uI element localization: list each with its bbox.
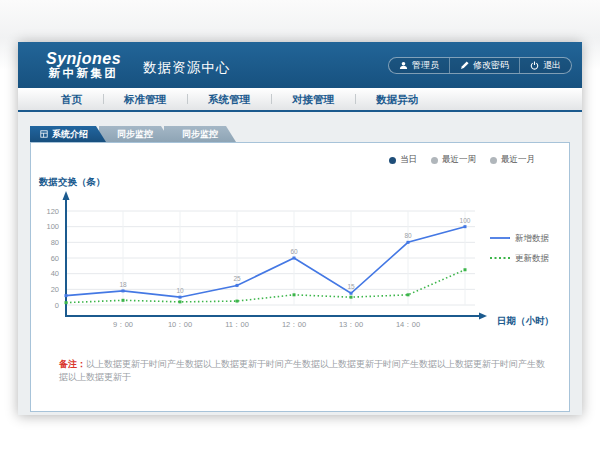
tab-bar: 系统介绍 同步监控 同步监控 (30, 126, 570, 142)
range-label: 最近一月 (501, 154, 535, 166)
tab-sync-monitor-2[interactable]: 同步监控 (164, 126, 236, 142)
logout-button[interactable]: 退出 (519, 58, 571, 73)
admin-user-button[interactable]: 管理员 (389, 58, 449, 73)
note-prefix: 备注： (59, 359, 86, 369)
svg-text:80: 80 (51, 238, 59, 247)
range-label: 最近一周 (442, 154, 476, 166)
svg-text:20: 20 (51, 285, 59, 294)
svg-text:14：00: 14：00 (396, 320, 420, 329)
tab-label: 同步监控 (109, 126, 153, 142)
svg-text:11：00: 11：00 (225, 320, 249, 329)
svg-text:80: 80 (404, 232, 412, 239)
chart-panel: 当日 最近一周 最近一月 0204060801001209：0010：0011：… (30, 142, 570, 412)
nav-item-data-changes[interactable]: 数据异动 (355, 88, 439, 110)
tab-system-intro[interactable]: 系统介绍 (30, 126, 106, 142)
user-menu: 管理员 修改密码 退出 (388, 57, 572, 74)
grid-icon (40, 130, 48, 138)
svg-text:10: 10 (176, 287, 184, 294)
note-text: 以上数据更新于时间产生数据以上数据更新于时间产生数据以上数据更新于时间产生数据以… (59, 359, 545, 382)
nav-item-home[interactable]: 首页 (40, 88, 103, 110)
change-password-button[interactable]: 修改密码 (449, 58, 519, 73)
svg-text:新增数据: 新增数据 (515, 233, 550, 243)
user-menu-label: 修改密码 (473, 59, 509, 72)
svg-text:120: 120 (46, 207, 59, 216)
nav-item-standards[interactable]: 标准管理 (103, 88, 187, 110)
svg-text:13：00: 13：00 (339, 320, 363, 329)
svg-text:0: 0 (55, 301, 59, 310)
svg-text:12：00: 12：00 (282, 320, 306, 329)
logo-text: Synjones (46, 51, 121, 68)
footer-note: 备注：以上数据更新于时间产生数据以上数据更新于时间产生数据以上数据更新于时间产生… (59, 358, 553, 383)
range-label: 当日 (400, 154, 417, 166)
nav-item-system[interactable]: 系统管理 (187, 88, 271, 110)
user-menu-label: 管理员 (412, 59, 439, 72)
svg-text:日期（小时）: 日期（小时） (497, 315, 554, 327)
user-menu-label: 退出 (543, 59, 561, 72)
range-today-radio[interactable]: 当日 (389, 154, 417, 166)
time-range-filter: 当日 最近一周 最近一月 (389, 154, 535, 166)
logo-subtext: 新中新集团 (46, 67, 121, 79)
edit-icon (460, 61, 469, 70)
svg-text:25: 25 (233, 275, 241, 282)
radio-dot-icon (389, 157, 396, 164)
svg-text:100: 100 (46, 222, 59, 231)
svg-text:40: 40 (51, 269, 59, 278)
tab-label: 同步监控 (174, 126, 218, 142)
svg-text:数据交换（条）: 数据交换（条） (38, 176, 106, 188)
user-icon (399, 61, 408, 70)
line-chart: 0204060801001209：0010：0011：0012：0013：001… (31, 143, 571, 355)
window-bottom-strip (30, 412, 570, 415)
tab-sync-monitor-1[interactable]: 同步监控 (99, 126, 171, 142)
app-header: Synjones 新中新集团 数据资源中心 管理员 修改密码 退出 (18, 42, 582, 88)
page-title: 数据资源中心 (143, 59, 230, 77)
svg-text:9：00: 9：00 (113, 320, 133, 329)
svg-text:15: 15 (347, 283, 355, 290)
radio-dot-icon (431, 157, 438, 164)
range-last-week-radio[interactable]: 最近一周 (431, 154, 476, 166)
svg-text:60: 60 (290, 248, 298, 255)
content-area: 系统介绍 同步监控 同步监控 当日 最近一周 (18, 112, 582, 415)
svg-text:100: 100 (460, 217, 471, 224)
app-window: Synjones 新中新集团 数据资源中心 管理员 修改密码 退出 首页 标准管… (18, 42, 582, 415)
range-last-month-radio[interactable]: 最近一月 (490, 154, 535, 166)
svg-text:10：00: 10：00 (168, 320, 192, 329)
radio-dot-icon (490, 157, 497, 164)
svg-text:更新数据: 更新数据 (515, 253, 550, 263)
svg-text:18: 18 (119, 281, 127, 288)
main-nav: 首页 标准管理 系统管理 对接管理 数据异动 (18, 88, 582, 112)
nav-item-integration[interactable]: 对接管理 (271, 88, 355, 110)
svg-text:60: 60 (51, 254, 59, 263)
company-logo: Synjones 新中新集团 (46, 51, 121, 80)
power-icon (530, 61, 539, 70)
tab-label: 系统介绍 (52, 126, 88, 142)
